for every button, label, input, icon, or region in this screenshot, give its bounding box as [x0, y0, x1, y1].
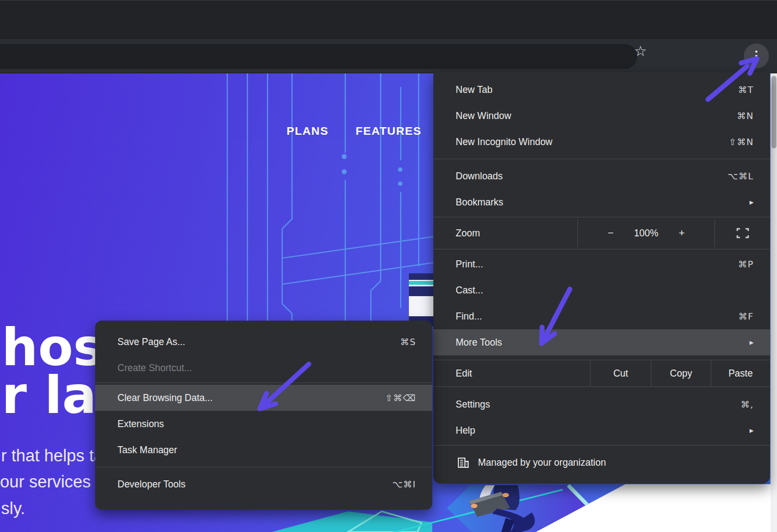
fullscreen-icon	[736, 228, 749, 239]
menu-item-label: More Tools	[456, 337, 749, 348]
menu-item-label: Developer Tools	[117, 479, 393, 490]
menu-item-label: Edit	[456, 368, 472, 379]
menu-item-clear-browsing-data[interactable]: Clear Browsing Data... ⇧⌘⌫	[95, 385, 432, 411]
menu-item-extensions[interactable]: Extensions	[95, 411, 432, 437]
menu-item-print[interactable]: Print... ⌘P	[433, 251, 770, 277]
menu-item-developer-tools[interactable]: Developer Tools ⌥⌘I	[95, 471, 432, 497]
menu-item-zoom: Zoom − 100% +	[433, 219, 770, 247]
hero-text-line1: r that helps ta	[1, 446, 103, 466]
menu-item-label: Bookmarks	[456, 197, 749, 208]
edit-copy-button[interactable]: Copy	[651, 360, 711, 386]
address-bar[interactable]	[0, 44, 637, 69]
menu-item-new-incognito-window[interactable]: New Incognito Window ⇧⌘N	[433, 129, 770, 155]
menu-item-label: Cut	[613, 368, 628, 379]
kebab-dot	[755, 51, 757, 53]
more-tools-submenu: Save Page As... ⌘S Create Shortcut... Cl…	[95, 321, 432, 510]
submenu-arrow-icon: ▸	[749, 337, 754, 347]
menu-item-new-window[interactable]: New Window ⌘N	[433, 103, 770, 129]
shortcut-label: ⌘S	[400, 337, 416, 347]
menu-item-label: Save Page As...	[117, 336, 400, 348]
fullscreen-button[interactable]	[715, 219, 770, 247]
browser-menu-button[interactable]	[744, 43, 769, 68]
menu-separator	[433, 249, 770, 249]
tab-strip	[0, 0, 777, 39]
menu-item-new-tab[interactable]: New Tab ⌘T	[433, 77, 770, 103]
menu-separator	[95, 467, 432, 467]
menu-separator	[433, 217, 770, 217]
shortcut-label: ⌘T	[738, 85, 754, 95]
shortcut-label: ⌘F	[738, 311, 754, 322]
menu-separator	[433, 159, 770, 159]
edit-cut-button[interactable]: Cut	[590, 360, 651, 386]
menu-item-label: Find...	[456, 311, 738, 322]
menu-item-label: Managed by your organization	[478, 457, 606, 468]
menu-item-label: Zoom	[456, 228, 480, 239]
menu-separator	[95, 383, 432, 383]
zoom-out-button[interactable]: −	[604, 227, 618, 239]
shortcut-label: ⌥⌘I	[393, 479, 416, 490]
shortcut-label: ⇧⌘⌫	[385, 393, 416, 403]
menu-item-label: Copy	[670, 368, 692, 379]
server-tower-graphic	[409, 273, 435, 326]
menu-item-save-page-as[interactable]: Save Page As... ⌘S	[95, 329, 432, 355]
bookmark-star-icon[interactable]: ☆	[633, 43, 648, 59]
shortcut-label: ⌥⌘L	[728, 171, 754, 181]
menu-item-label: Extensions	[117, 418, 416, 430]
zoom-controls: − 100% +	[577, 219, 715, 247]
menu-item-label: Paste	[729, 368, 753, 379]
zoom-level-value: 100%	[634, 228, 658, 239]
menu-item-label: Print...	[456, 259, 738, 270]
menu-item-label: New Window	[456, 110, 737, 122]
menu-item-label: Clear Browsing Data...	[117, 392, 385, 404]
shortcut-label: ⌘N	[737, 111, 754, 121]
menu-item-label: Downloads	[456, 171, 728, 182]
menu-item-managed-by-organization[interactable]: Managed by your organization	[433, 447, 770, 478]
shortcut-label: ⌘,	[741, 399, 754, 410]
edit-paste-button[interactable]: Paste	[711, 360, 770, 386]
browser-window: ☆	[0, 0, 777, 532]
chrome-main-menu: New Tab ⌘T New Window ⌘N New Incognito W…	[433, 72, 770, 484]
menu-item-bookmarks[interactable]: Bookmarks ▸	[433, 189, 770, 215]
menu-item-settings[interactable]: Settings ⌘,	[433, 391, 770, 417]
zoom-in-button[interactable]: +	[675, 227, 689, 239]
kebab-dot	[755, 59, 757, 61]
menu-item-label: New Tab	[456, 84, 738, 96]
menu-item-cast[interactable]: Cast...	[433, 277, 770, 303]
menu-item-help[interactable]: Help ▸	[433, 417, 770, 443]
scrollbar-thumb[interactable]	[772, 76, 776, 148]
hero-text-line3: sly.	[1, 499, 25, 518]
menu-item-label: Settings	[456, 399, 741, 410]
shortcut-label: ⌘P	[738, 259, 754, 270]
shortcut-label: ⇧⌘N	[729, 137, 754, 147]
menu-item-label: Create Shortcut...	[117, 362, 416, 374]
menu-separator	[433, 445, 770, 446]
hero-text-line2: our services	[0, 472, 91, 492]
menu-item-task-manager[interactable]: Task Manager	[95, 437, 432, 463]
menu-item-find[interactable]: Find... ⌘F	[433, 303, 770, 329]
menu-item-downloads[interactable]: Downloads ⌥⌘L	[433, 163, 770, 189]
zoom-label-cell: Zoom	[433, 219, 577, 247]
submenu-arrow-icon: ▸	[749, 425, 754, 435]
kebab-dot	[755, 55, 757, 57]
submenu-arrow-icon: ▸	[749, 197, 754, 207]
edit-label-cell: Edit	[433, 360, 590, 386]
menu-item-label: New Incognito Window	[456, 136, 729, 148]
menu-item-create-shortcut: Create Shortcut...	[95, 355, 432, 381]
menu-item-edit: Edit Cut Copy Paste	[433, 360, 770, 387]
nav-link-plans[interactable]: PLANS	[287, 124, 328, 137]
menu-item-label: Help	[456, 425, 749, 436]
organization-building-icon	[457, 457, 469, 468]
menu-item-label: Task Manager	[117, 445, 416, 456]
menu-item-more-tools[interactable]: More Tools ▸	[433, 329, 770, 355]
menu-item-label: Cast...	[456, 285, 754, 296]
nav-link-features[interactable]: FEATURES	[356, 124, 421, 137]
browser-toolbar: ☆	[0, 39, 777, 73]
